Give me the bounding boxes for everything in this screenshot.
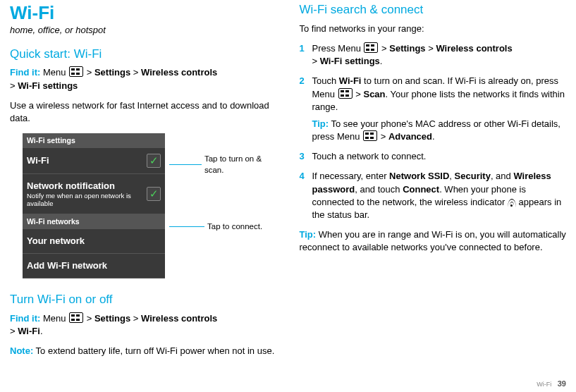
step-1: 1 Press Menu > Settings > Wireless contr… bbox=[300, 42, 567, 68]
wifi-icon bbox=[508, 199, 516, 206]
callout-connect: Tap to connect. bbox=[169, 221, 276, 232]
find-it-label: Find it: bbox=[10, 67, 40, 78]
checkbox-icon[interactable]: ✓ bbox=[147, 154, 161, 168]
footer-section: Wi-Fi bbox=[537, 381, 551, 388]
menu-icon bbox=[69, 66, 83, 77]
bottom-tip: Tip: When you are in range and Wi-Fi is … bbox=[300, 228, 567, 254]
page-title: Wi-Fi bbox=[10, 0, 277, 25]
intro-text: Use a wireless network for fast Internet… bbox=[10, 99, 277, 125]
settings-screenshot: Wi-Fi settings Wi-Fi ✓ Network notificat… bbox=[23, 133, 165, 278]
step-2: 2 Touch Wi-Fi to turn on and scan. If Wi… bbox=[300, 75, 567, 143]
heading-turn-on-off: Turn Wi-Fi on or off bbox=[10, 291, 277, 308]
find-it-label: Find it: bbox=[10, 313, 40, 324]
shot-row-notification[interactable]: Network notification Notify me when an o… bbox=[23, 174, 165, 214]
find-it-line-1: Find it: Menu > Settings > Wireless cont… bbox=[10, 66, 277, 92]
tip-label: Tip: bbox=[312, 118, 329, 129]
shot-row-your-network[interactable]: Your network bbox=[23, 229, 165, 254]
menu-icon bbox=[363, 130, 377, 141]
shot-row-add-network[interactable]: Add Wi-Fi network bbox=[23, 254, 165, 278]
menu-icon bbox=[69, 312, 83, 323]
step-3: 3 Touch a network to connect. bbox=[300, 150, 567, 163]
note-label: Note: bbox=[10, 345, 33, 356]
shot-row-wifi[interactable]: Wi-Fi ✓ bbox=[23, 148, 165, 174]
page-footer: Wi-Fi 39 bbox=[537, 379, 566, 389]
menu-icon bbox=[364, 42, 378, 53]
tip-label: Tip: bbox=[300, 229, 317, 240]
menu-icon bbox=[338, 88, 353, 99]
heading-search-connect: Wi-Fi search & connect bbox=[300, 1, 567, 18]
note-line: Note: To extend battery life, turn off W… bbox=[10, 345, 277, 357]
find-it-line-2: Find it: Menu > Settings > Wireless cont… bbox=[10, 312, 277, 338]
tagline: home, office, or hotspot bbox=[10, 24, 277, 37]
step-4: 4 If necessary, enter Network SSID, Secu… bbox=[300, 170, 567, 221]
page-number: 39 bbox=[558, 379, 566, 388]
shot-header: Wi-Fi settings bbox=[23, 133, 165, 148]
shot-subheader: Wi-Fi networks bbox=[23, 214, 165, 229]
heading-quick-start: Quick start: Wi-Fi bbox=[10, 46, 277, 63]
checkbox-icon[interactable]: ✓ bbox=[147, 187, 161, 201]
right-intro: To find networks in your range: bbox=[300, 23, 567, 35]
callout-scan: Tap to turn on & scan. bbox=[169, 153, 276, 176]
